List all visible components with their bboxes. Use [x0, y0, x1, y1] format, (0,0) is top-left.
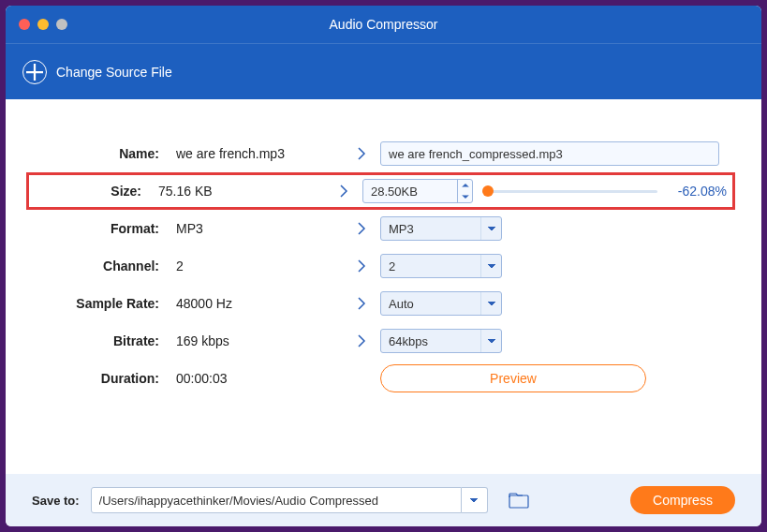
app-window: Audio Compressor Change Source File Name…: [6, 6, 761, 526]
row-sample-rate: Sample Rate: 48000 Hz Auto: [6, 285, 761, 322]
target-size-spinner[interactable]: 28.50KB: [362, 179, 473, 203]
sample-rate-label: Sample Rate:: [6, 296, 176, 311]
arrow-icon: [343, 221, 380, 236]
titlebar: Audio Compressor: [6, 6, 761, 43]
footer: Save to: Compress: [6, 474, 761, 526]
row-name: Name: we are french.mp3: [6, 135, 761, 172]
preview-button[interactable]: Preview: [380, 364, 646, 392]
bitrate-select[interactable]: 64kbps: [380, 329, 502, 353]
channel-label: Channel:: [6, 259, 176, 273]
channel-original: 2: [176, 259, 343, 273]
name-label: Name:: [6, 146, 176, 161]
browse-folder-icon[interactable]: [509, 492, 529, 509]
sample-rate-original: 48000 Hz: [176, 296, 343, 311]
arrow-icon: [343, 333, 380, 348]
arrow-icon: [343, 296, 380, 311]
row-size: Size: 75.16 KB 28.50KB -62.08%: [26, 172, 735, 210]
format-select[interactable]: MP3: [380, 216, 502, 241]
window-title: Audio Compressor: [6, 17, 761, 32]
toolbar: Change Source File: [6, 43, 761, 99]
sample-rate-select[interactable]: Auto: [380, 291, 502, 316]
size-step-up-button[interactable]: [458, 180, 472, 191]
chevron-down-icon: [480, 255, 501, 277]
chevron-down-icon: [480, 330, 501, 352]
row-format: Format: MP3 MP3: [6, 210, 761, 247]
size-step-down-button[interactable]: [458, 191, 472, 202]
chevron-down-icon: [480, 217, 501, 240]
save-path-input[interactable]: [91, 487, 462, 513]
target-size-value: 28.50KB: [363, 185, 457, 199]
save-path-dropdown[interactable]: [462, 487, 488, 513]
duration-value: 00:00:03: [176, 371, 343, 386]
bitrate-label: Bitrate:: [6, 333, 176, 348]
content-area: Name: we are french.mp3 Size: 75.16 KB 2…: [6, 99, 761, 474]
arrow-icon: [343, 259, 380, 273]
add-file-icon[interactable]: [22, 60, 47, 84]
slider-thumb[interactable]: [482, 185, 494, 197]
compress-button[interactable]: Compress: [630, 486, 735, 514]
size-percent: -62.08%: [667, 184, 727, 199]
duration-label: Duration:: [6, 371, 176, 386]
format-original: MP3: [176, 221, 343, 236]
arrow-icon: [343, 146, 380, 161]
arrow-icon: [325, 184, 362, 199]
row-bitrate: Bitrate: 169 kbps 64kbps: [6, 322, 761, 360]
save-to-label: Save to:: [32, 494, 80, 508]
name-original: we are french.mp3: [176, 146, 343, 161]
output-name-input[interactable]: [380, 141, 719, 166]
channel-select[interactable]: 2: [380, 254, 502, 278]
size-slider[interactable]: [482, 190, 657, 193]
svg-rect-0: [509, 495, 528, 508]
size-label: Size:: [29, 184, 158, 199]
row-duration: Duration: 00:00:03 Preview: [6, 360, 761, 397]
bitrate-original: 169 kbps: [176, 333, 343, 348]
size-original: 75.16 KB: [158, 184, 325, 199]
format-label: Format:: [6, 221, 176, 236]
chevron-down-icon: [480, 292, 501, 315]
slider-track: [482, 190, 657, 193]
change-source-button[interactable]: Change Source File: [56, 65, 172, 80]
row-channel: Channel: 2 2: [6, 247, 761, 285]
